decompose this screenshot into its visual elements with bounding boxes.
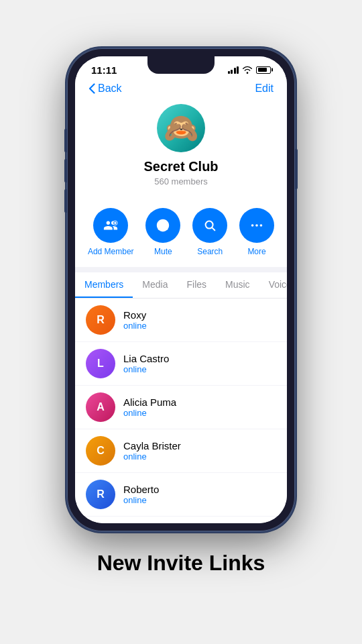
phone-screen: 11:11 <box>75 56 287 523</box>
member-status: online <box>123 364 169 374</box>
member-status: online <box>123 408 176 418</box>
member-name: Alicia Puma <box>123 396 176 408</box>
mute-icon-bg <box>145 208 180 243</box>
mute-button[interactable]: Mute <box>145 208 180 256</box>
tab-members[interactable]: Members <box>75 272 133 298</box>
svg-rect-2 <box>115 221 116 224</box>
more-label: More <box>247 247 265 256</box>
mute-icon <box>156 218 170 233</box>
search-label: Search <box>197 247 223 256</box>
action-buttons-row: Add Member Mute <box>75 197 287 267</box>
mute-label: Mute <box>154 247 172 256</box>
list-item[interactable]: CCayla Bristeronline <box>75 429 287 473</box>
search-button[interactable]: Search <box>192 208 227 256</box>
phone-notch <box>147 56 215 74</box>
nav-bar: Back Edit <box>75 78 287 99</box>
battery-icon <box>256 66 271 74</box>
member-status: online <box>123 321 147 331</box>
tab-music[interactable]: Music <box>216 272 259 298</box>
avatar: R <box>86 480 115 509</box>
svg-point-4 <box>251 224 254 227</box>
avatar: R <box>86 305 115 335</box>
group-info: 🙈 Secret Club 560 members <box>75 99 287 197</box>
add-member-label: Add Member <box>88 247 134 256</box>
add-member-button[interactable]: Add Member <box>88 208 134 256</box>
list-item[interactable]: AAlicia Pumaonline <box>75 386 287 429</box>
wifi-icon <box>242 66 253 74</box>
tab-voice[interactable]: Voice <box>259 272 287 298</box>
member-name: Cayla Brister <box>123 440 181 451</box>
more-icon <box>249 218 264 233</box>
search-icon-bg <box>192 208 227 243</box>
list-item[interactable]: LLia Castroonline <box>75 342 287 386</box>
member-status: online <box>123 451 181 462</box>
avatar: C <box>86 436 115 466</box>
back-chevron-icon <box>88 83 95 94</box>
status-time: 11:11 <box>91 64 117 76</box>
tabs-bar: Members Media Files Music Voice Lin... <box>75 272 287 299</box>
add-member-icon <box>103 218 118 233</box>
member-status: online <box>123 495 159 505</box>
avatar: L <box>86 349 115 378</box>
bottom-title: New Invite Links <box>84 531 279 589</box>
list-item[interactable]: LLiaonline <box>75 517 287 523</box>
edit-button[interactable]: Edit <box>255 83 274 95</box>
group-avatar-emoji: 🙈 <box>164 111 198 144</box>
member-name: Lia Castro <box>123 353 169 364</box>
svg-point-6 <box>260 224 263 227</box>
group-name: Secret Club <box>143 159 218 174</box>
status-icons <box>228 66 272 74</box>
group-members-count: 560 members <box>154 176 207 186</box>
section-divider <box>75 267 287 272</box>
list-item[interactable]: RRobertoonline <box>75 473 287 517</box>
back-label: Back <box>98 83 122 95</box>
avatar: A <box>86 392 115 422</box>
more-button[interactable]: More <box>239 208 274 256</box>
member-name: Roberto <box>123 484 159 495</box>
tab-media[interactable]: Media <box>133 272 177 298</box>
member-name: Roxy <box>123 309 147 321</box>
more-icon-bg <box>239 208 274 243</box>
phone-frame: 11:11 <box>67 48 295 531</box>
group-avatar: 🙈 <box>157 104 205 152</box>
svg-point-5 <box>255 224 258 227</box>
members-list: RRoxyonlineLLia CastroonlineAAlicia Puma… <box>75 299 287 523</box>
list-item[interactable]: RRoxyonline <box>75 299 287 342</box>
tab-files[interactable]: Files <box>178 272 217 298</box>
signal-icon <box>228 66 239 74</box>
add-member-icon-bg <box>93 208 128 243</box>
back-button[interactable]: Back <box>88 83 122 95</box>
search-icon <box>202 218 217 233</box>
